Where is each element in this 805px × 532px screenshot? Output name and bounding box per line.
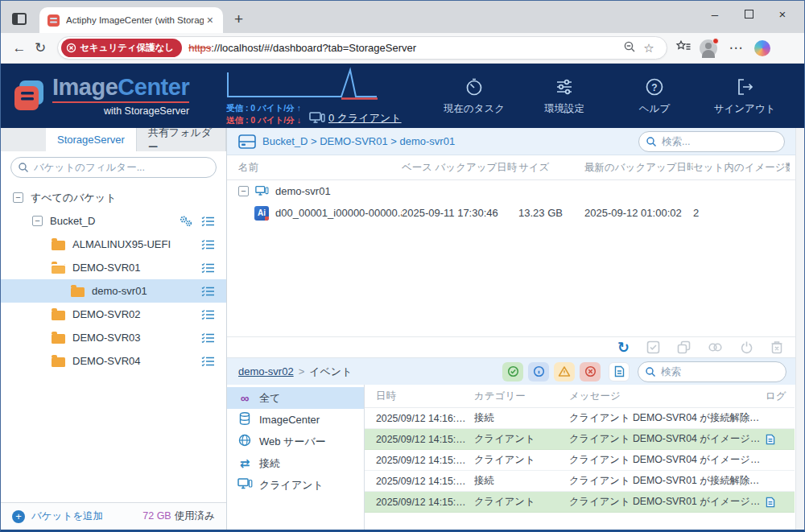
event-row[interactable]: 2025/09/12 14:15:… クライアント クライアント DEMO-SV… (365, 492, 795, 513)
column-latest-backup[interactable]: 最新のバックアップ日時 (584, 161, 693, 175)
copilot-icon[interactable] (754, 40, 770, 56)
filter-success-button[interactable] (502, 362, 523, 381)
log-document-icon[interactable] (766, 497, 775, 508)
close-button[interactable]: × (766, 7, 799, 21)
image-list-icon[interactable] (201, 309, 215, 320)
back-button[interactable]: ← (9, 40, 30, 56)
minimize-button[interactable]: – (698, 7, 732, 21)
column-base-backup[interactable]: ベース バックアップ日時▲▼ (402, 161, 518, 175)
column-log[interactable]: ログ (766, 390, 795, 403)
image-file-row[interactable]: Ai d00_00001_i00000-00000.aiv 2025-09-11… (227, 202, 804, 224)
more-menu-icon[interactable]: ⋯ (725, 39, 746, 56)
image-list-icon[interactable] (201, 356, 215, 367)
filter-warning-button[interactable] (554, 362, 575, 381)
tree-item-demo-svr01-image-selected[interactable]: demo-svr01 (1, 279, 226, 303)
image-list-icon[interactable] (201, 332, 215, 344)
security-badge[interactable]: セキュリティ保護なし (61, 39, 182, 57)
tree-label: DEMO-SVR02 (72, 308, 194, 320)
clients-link[interactable]: 0 クライアント (328, 111, 402, 126)
refresh-button[interactable]: ↻ (617, 340, 630, 355)
category-web-server[interactable]: Web サーバー (227, 431, 364, 452)
image-list-icon[interactable] (201, 239, 215, 250)
tree-item-demo-svr01[interactable]: DEMO-SVR01 (1, 256, 226, 279)
collapse-icon[interactable]: − (238, 186, 249, 196)
url-bar[interactable]: セキュリティ保護なし https://localhost/#/dashboard… (57, 36, 667, 60)
column-message[interactable]: メッセージ (569, 390, 766, 403)
bucket-filter-input[interactable] (10, 157, 217, 178)
not-secure-icon (66, 43, 76, 53)
storage-usage: 72 GB使用済み (142, 509, 215, 523)
event-row[interactable]: 2025/09/12 14:15:… クライアント クライアント DEMO-SV… (365, 429, 795, 450)
image-search-input[interactable] (638, 131, 785, 152)
filter-info-button[interactable] (528, 362, 549, 381)
new-tab-button[interactable]: + (234, 11, 243, 27)
scrollbar-track[interactable] (795, 128, 804, 530)
tree-item-bucket-d[interactable]: − Bucket_D (1, 209, 226, 233)
delete-button[interactable] (770, 340, 783, 354)
nav-help[interactable]: ? ヘルプ (609, 76, 700, 116)
event-category: 接続 (474, 411, 569, 425)
event-row[interactable]: 2025/09/12 14:15:… 接続 クライアント DEMO-SVR01 … (365, 471, 795, 492)
tab-storageserver[interactable]: StorageServer (46, 128, 137, 151)
tree-label: demo-svr01 (92, 285, 194, 297)
nav-current-tasks[interactable]: 現在のタスク (429, 76, 519, 116)
tree-item-demo-svr03[interactable]: DEMO-SVR03 (1, 326, 226, 349)
tree-item-demo-svr04[interactable]: DEMO-SVR04 (1, 349, 226, 373)
tree-item-all-buckets[interactable]: − すべてのバケット (1, 186, 226, 209)
column-name[interactable]: 名前 (238, 161, 402, 175)
tab-close-icon[interactable]: × (204, 14, 217, 27)
image-toolbar: ↻ (227, 336, 804, 357)
image-group-row[interactable]: − demo-svr01 (227, 180, 804, 202)
notification-dot (712, 38, 719, 44)
event-row[interactable]: 2025/09/12 14:15:… クライアント クライアント DEMO-SV… (365, 450, 795, 471)
browser-tab[interactable]: Actiphy ImageCenter (with Storag × (39, 7, 223, 33)
filter-error-button[interactable] (580, 362, 601, 381)
favorites-bar-icon[interactable] (675, 39, 691, 57)
nav-signout[interactable]: サインアウト (700, 76, 790, 116)
bucket-settings-gears-icon[interactable] (179, 215, 193, 227)
check-circle-icon (507, 365, 519, 377)
image-list-icon[interactable] (201, 262, 215, 274)
event-category: クライアント (474, 432, 569, 446)
column-image-count[interactable]: セット内のイメージ数 (693, 161, 790, 175)
zoom-out-icon[interactable] (620, 40, 639, 56)
tree-item-almalinux95-uefi[interactable]: ALMALINUX95-UEFI (1, 233, 226, 256)
image-list-icon[interactable] (201, 286, 215, 297)
link-button[interactable] (708, 341, 723, 353)
tab-shared-folder[interactable]: 共有フォルダー (137, 128, 226, 151)
category-all[interactable]: ∞ 全て (227, 387, 364, 409)
event-row[interactable]: 2025/09/12 14:16:… 接続 クライアント DEMO-SVR04 … (365, 408, 795, 429)
add-bucket-icon[interactable]: + (12, 510, 25, 523)
column-category[interactable]: カテゴリー (474, 390, 569, 403)
power-button[interactable] (740, 340, 753, 354)
collapse-icon[interactable]: − (32, 216, 43, 226)
event-search-input[interactable] (638, 361, 786, 382)
security-badge-label: セキュリティ保護なし (80, 42, 174, 54)
client-monitor-icon (255, 185, 269, 197)
reload-button[interactable]: ↻ (30, 39, 51, 56)
image-list-icon[interactable] (201, 216, 215, 227)
category-connection[interactable]: ⇄ 接続 (227, 452, 364, 474)
copy-button[interactable] (677, 340, 691, 354)
log-view-button[interactable] (609, 362, 630, 381)
collapse-icon[interactable]: − (13, 192, 23, 203)
nav-settings[interactable]: 環境設定 (519, 76, 609, 116)
folder-icon (52, 241, 65, 250)
tab-actions-icon[interactable] (12, 13, 27, 25)
category-label: ImageCenter (259, 414, 320, 426)
select-checkbox-button[interactable] (646, 340, 660, 354)
tree-item-demo-svr02[interactable]: DEMO-SVR02 (1, 303, 226, 326)
category-imagecenter[interactable]: ImageCenter (227, 409, 364, 431)
imagecenter-favicon (47, 14, 60, 27)
add-bucket-button[interactable]: バケットを追加 (31, 509, 103, 523)
column-datetime[interactable]: 日時 (376, 390, 474, 403)
client-monitor-icon (237, 478, 252, 493)
profile-avatar[interactable] (700, 39, 717, 57)
maximize-button[interactable] (732, 7, 766, 21)
column-size[interactable]: サイズ (518, 161, 584, 175)
favorite-star-icon[interactable]: ☆ (639, 41, 658, 56)
log-document-icon[interactable] (766, 434, 775, 445)
category-client[interactable]: クライアント (227, 474, 364, 496)
host-link[interactable]: demo-svr02 (238, 365, 294, 377)
breadcrumb[interactable]: Bucket_D > DEMO-SVR01 > demo-svr01 (262, 135, 455, 147)
